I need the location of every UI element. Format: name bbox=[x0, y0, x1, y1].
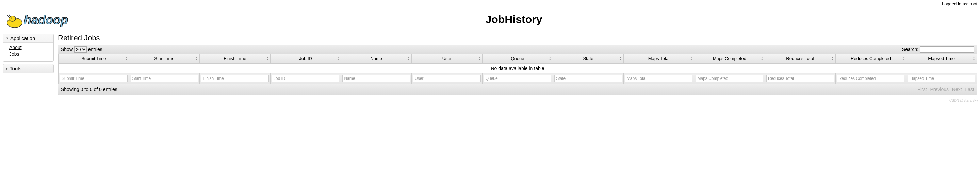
sort-icon: ▲▼ bbox=[549, 57, 551, 61]
column-header[interactable]: Submit Time▲▼ bbox=[59, 54, 129, 63]
filter-cell bbox=[624, 73, 694, 84]
column-header[interactable]: Maps Total▲▼ bbox=[624, 54, 694, 63]
jobs-table-container: Show 20 entries Search: Submit Time▲▼Sta… bbox=[58, 44, 977, 95]
column-filter-input[interactable] bbox=[413, 75, 481, 82]
column-filter-input[interactable] bbox=[201, 75, 269, 82]
column-filter-input[interactable] bbox=[554, 75, 622, 82]
column-label: State bbox=[583, 56, 593, 61]
table-controls-top: Show 20 entries Search: bbox=[58, 45, 977, 54]
sort-icon: ▲▼ bbox=[266, 57, 269, 61]
column-label: Queue bbox=[511, 56, 524, 61]
page-length-select[interactable]: 20 bbox=[74, 46, 87, 53]
column-filter-input[interactable] bbox=[625, 75, 693, 82]
sidebar-section-label: Tools bbox=[10, 66, 21, 71]
column-label: Reduces Total bbox=[786, 56, 814, 61]
content: Retired Jobs Show 20 entries Search: Sub… bbox=[58, 34, 977, 95]
column-label: Elapsed Time bbox=[928, 56, 955, 61]
column-header[interactable]: Reduces Completed▲▼ bbox=[835, 54, 906, 63]
search-control: Search: bbox=[902, 46, 974, 53]
sidebar-link-about[interactable]: About bbox=[9, 44, 51, 51]
sidebar-section-tools: ▶ Tools bbox=[3, 64, 54, 73]
column-label: Reduces Completed bbox=[851, 56, 891, 61]
column-header[interactable]: State▲▼ bbox=[553, 54, 624, 63]
filter-cell bbox=[341, 73, 412, 84]
filter-cell bbox=[270, 73, 341, 84]
main: ▼ Application About Jobs ▶ Tools Retired… bbox=[0, 31, 980, 98]
sort-icon: ▲▼ bbox=[902, 57, 904, 61]
page-title: JobHistory bbox=[50, 13, 977, 26]
sidebar-link-jobs[interactable]: Jobs bbox=[9, 51, 51, 58]
filter-cell bbox=[129, 73, 200, 84]
column-header[interactable]: Reduces Total▲▼ bbox=[765, 54, 836, 63]
search-label: Search: bbox=[902, 47, 918, 52]
sidebar-section-application: ▼ Application About Jobs bbox=[3, 34, 54, 62]
login-status: Logged in as: root bbox=[0, 0, 980, 8]
pager-first[interactable]: First bbox=[917, 87, 927, 92]
sort-icon: ▲▼ bbox=[125, 57, 127, 61]
column-filter-input[interactable] bbox=[272, 75, 340, 82]
pager-prev[interactable]: Previous bbox=[930, 87, 948, 92]
column-header[interactable]: Start Time▲▼ bbox=[129, 54, 200, 63]
column-filter-input[interactable] bbox=[342, 75, 410, 82]
column-filter-input[interactable] bbox=[907, 75, 975, 82]
filter-cell bbox=[694, 73, 765, 84]
column-filter-input[interactable] bbox=[130, 75, 198, 82]
column-header[interactable]: Maps Completed▲▼ bbox=[694, 54, 765, 63]
length-control: Show 20 entries bbox=[61, 46, 102, 53]
filter-cell bbox=[200, 73, 270, 84]
sidebar: ▼ Application About Jobs ▶ Tools bbox=[3, 34, 54, 76]
sort-icon: ▲▼ bbox=[619, 57, 622, 61]
sort-icon: ▲▼ bbox=[972, 57, 975, 61]
column-filter-input[interactable] bbox=[60, 75, 127, 82]
sort-icon: ▲▼ bbox=[831, 57, 834, 61]
header: hadoop JobHistory bbox=[0, 8, 980, 31]
filter-cell bbox=[412, 73, 482, 84]
filter-cell bbox=[553, 73, 624, 84]
column-filter-input[interactable] bbox=[837, 75, 905, 82]
column-label: Job ID bbox=[299, 56, 312, 61]
column-filter-input[interactable] bbox=[484, 75, 552, 82]
table-header-row: Submit Time▲▼Start Time▲▼Finish Time▲▼Jo… bbox=[59, 54, 977, 63]
table-info: Showing 0 to 0 of 0 entries bbox=[61, 87, 118, 92]
sidebar-header-tools[interactable]: ▶ Tools bbox=[3, 64, 53, 73]
empty-row: No data available in table bbox=[59, 63, 977, 73]
filter-cell bbox=[482, 73, 553, 84]
pager: First Previous Next Last bbox=[915, 87, 974, 92]
column-filter-input[interactable] bbox=[695, 75, 763, 82]
filter-cell bbox=[835, 73, 906, 84]
jobs-table: Submit Time▲▼Start Time▲▼Finish Time▲▼Jo… bbox=[58, 54, 977, 84]
filter-row bbox=[59, 73, 977, 84]
column-label: Maps Total bbox=[648, 56, 670, 61]
pager-next[interactable]: Next bbox=[952, 87, 962, 92]
sidebar-section-label: Application bbox=[10, 35, 35, 41]
sidebar-header-application[interactable]: ▼ Application bbox=[3, 34, 53, 43]
column-label: Name bbox=[370, 56, 382, 61]
column-header[interactable]: Name▲▼ bbox=[341, 54, 412, 63]
sort-icon: ▲▼ bbox=[478, 57, 481, 61]
column-header[interactable]: Queue▲▼ bbox=[482, 54, 553, 63]
column-header[interactable]: User▲▼ bbox=[412, 54, 482, 63]
column-label: Start Time bbox=[154, 56, 174, 61]
column-filter-input[interactable] bbox=[766, 75, 834, 82]
empty-message: No data available in table bbox=[59, 63, 977, 73]
column-label: Finish Time bbox=[224, 56, 246, 61]
column-header[interactable]: Job ID▲▼ bbox=[270, 54, 341, 63]
filter-cell bbox=[765, 73, 836, 84]
sort-icon: ▲▼ bbox=[407, 57, 410, 61]
column-header[interactable]: Finish Time▲▼ bbox=[200, 54, 270, 63]
pager-last[interactable]: Last bbox=[966, 87, 974, 92]
filter-cell bbox=[59, 73, 129, 84]
filter-cell bbox=[906, 73, 977, 84]
sidebar-body-application: About Jobs bbox=[3, 43, 53, 62]
show-prefix: Show bbox=[61, 47, 73, 52]
column-label: User bbox=[442, 56, 452, 61]
svg-point-1 bbox=[9, 16, 16, 21]
table-controls-bottom: Showing 0 to 0 of 0 entries First Previo… bbox=[58, 84, 977, 95]
caret-right-icon: ▶ bbox=[6, 67, 8, 70]
search-input[interactable] bbox=[920, 46, 974, 53]
sort-icon: ▲▼ bbox=[337, 57, 340, 61]
sort-icon: ▲▼ bbox=[195, 57, 198, 61]
svg-point-2 bbox=[11, 18, 12, 19]
column-header[interactable]: Elapsed Time▲▼ bbox=[906, 54, 977, 63]
sort-icon: ▲▼ bbox=[690, 57, 693, 61]
